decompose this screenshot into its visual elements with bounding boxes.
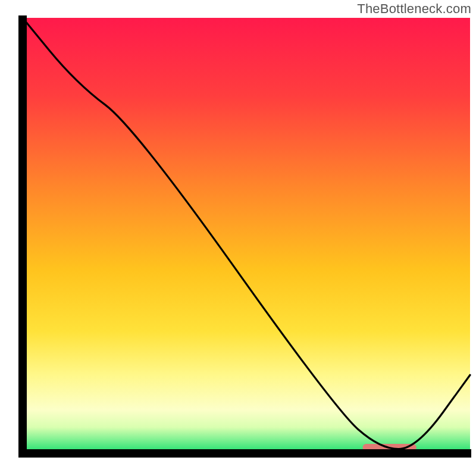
watermark-text: TheBottleneck.com <box>357 1 471 17</box>
bottleneck-chart <box>0 0 476 476</box>
chart-wrapper: TheBottleneck.com <box>0 0 476 476</box>
plot-background <box>23 18 470 453</box>
